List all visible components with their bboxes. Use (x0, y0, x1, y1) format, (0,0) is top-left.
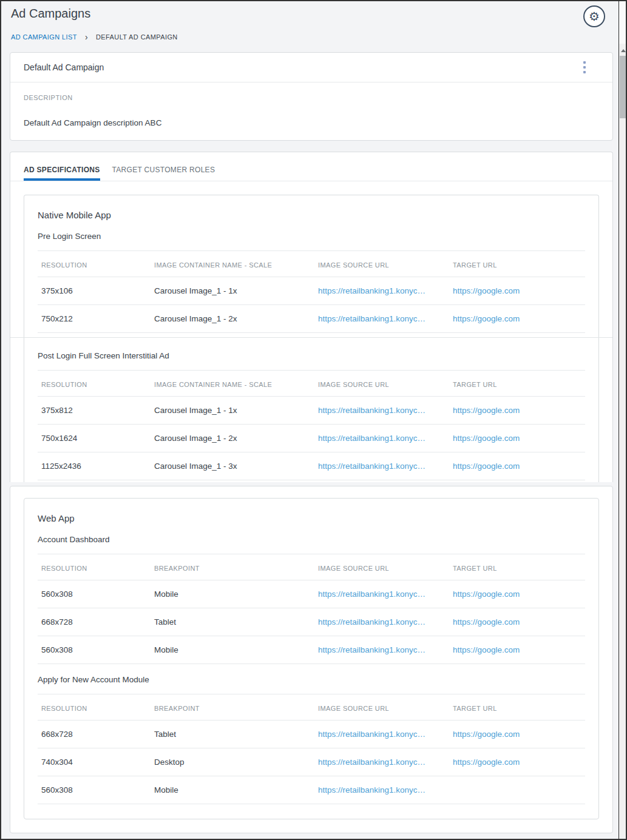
settings-button[interactable]: ⚙ (583, 5, 605, 27)
column-header-image-source-url: IMAGE SOURCE URL (314, 371, 449, 397)
breadcrumb-link-ad-campaign-list[interactable]: AD CAMPAIGN LIST (11, 33, 77, 41)
image-source-url-link[interactable]: https://retailbanking1.konyc… (318, 730, 425, 739)
breadcrumb: AD CAMPAIGN LIST › DEFAULT AD CAMPAIGN (11, 33, 178, 41)
target-url-link[interactable]: https://google.com (453, 758, 520, 767)
breadcrumb-current: DEFAULT AD CAMPAIGN (96, 33, 178, 41)
cell-resolution: 668x728 (38, 608, 151, 636)
column-header-resolution: RESOLUTION (38, 371, 151, 397)
table-row: 750x1624 Carousel Image_1 - 2x https://r… (38, 425, 585, 452)
table-row: 668x728 Tablet https://retailbanking1.ko… (38, 721, 585, 748)
table-row: 750x212 Carousel Image_1 - 2x https://re… (38, 305, 585, 333)
cell-container-scale: Carousel Image_1 - 1x (151, 397, 314, 425)
cell-resolution: 1125x2436 (38, 452, 151, 480)
column-header-image-source-url: IMAGE SOURCE URL (314, 251, 449, 277)
section-title-web-app: Web App (38, 513, 585, 523)
scrollbar-track[interactable] (619, 44, 627, 839)
column-header-resolution: RESOLUTION (38, 251, 151, 277)
image-source-url-link[interactable]: https://retailbanking1.konyc… (318, 462, 425, 471)
column-header-target-url: TARGET URL (449, 371, 585, 397)
target-url-link[interactable]: https://google.com (453, 730, 520, 739)
pre-login-screen-table: RESOLUTION IMAGE CONTAINER NAME - SCALE … (38, 250, 585, 333)
app-window: Ad Campaigns ⚙ AD CAMPAIGN LIST › DEFAUL… (0, 0, 627, 840)
image-source-url-link[interactable]: https://retailbanking1.konyc… (318, 286, 425, 295)
campaign-card-body: DESCRIPTION Default Ad Campaign descript… (10, 82, 612, 127)
apply-new-account-table: RESOLUTION BREAKPOINT IMAGE SOURCE URL T… (38, 694, 585, 804)
column-header-image-container: IMAGE CONTAINER NAME - SCALE (151, 371, 314, 397)
campaign-summary-card: Default Ad Campaign DESCRIPTION Default … (10, 52, 613, 141)
target-url-link[interactable]: https://google.com (453, 590, 520, 599)
image-source-url-link[interactable]: https://retailbanking1.konyc… (318, 434, 425, 443)
chevron-right-icon: › (85, 34, 88, 41)
scroll-up-arrow-icon[interactable] (621, 49, 626, 52)
page-title: Ad Campaigns (11, 7, 90, 21)
cell-container-scale: Carousel Image_1 - 1x (151, 277, 314, 305)
post-login-interstitial-table: RESOLUTION IMAGE CONTAINER NAME - SCALE … (38, 370, 585, 480)
table-row: 560x308 Mobile https://retailbanking1.ko… (38, 580, 585, 608)
column-header-image-source-url: IMAGE SOURCE URL (314, 694, 449, 721)
table-header-row: RESOLUTION BREAKPOINT IMAGE SOURCE URL T… (38, 554, 585, 580)
account-dashboard-table: RESOLUTION BREAKPOINT IMAGE SOURCE URL T… (38, 554, 585, 664)
scrollbar-gutter (619, 1, 627, 44)
image-source-url-link[interactable]: https://retailbanking1.konyc… (318, 645, 425, 654)
scrollbar-thumb[interactable] (620, 56, 626, 118)
column-header-image-source-url: IMAGE SOURCE URL (314, 554, 449, 580)
cell-breakpoint: Mobile (151, 636, 314, 664)
column-header-image-container: IMAGE CONTAINER NAME - SCALE (151, 251, 314, 277)
cell-breakpoint: Tablet (151, 721, 314, 748)
table-row: 375x106 Carousel Image_1 - 1x https://re… (38, 277, 585, 305)
campaign-title: Default Ad Campaign (24, 62, 104, 72)
cell-container-scale: Carousel Image_1 - 2x (151, 305, 314, 333)
cell-resolution: 740x304 (38, 748, 151, 776)
table-header-row: RESOLUTION IMAGE CONTAINER NAME - SCALE … (38, 251, 585, 277)
cell-breakpoint: Mobile (151, 580, 314, 608)
cell-resolution: 750x1624 (38, 425, 151, 452)
description-value: Default Ad Campaign description ABC (24, 118, 599, 127)
image-source-url-link[interactable]: https://retailbanking1.konyc… (318, 617, 425, 627)
cell-resolution: 560x308 (38, 580, 151, 608)
table-row: 740x304 Desktop https://retailbanking1.k… (38, 748, 585, 776)
column-header-target-url: TARGET URL (449, 554, 585, 580)
column-header-target-url: TARGET URL (449, 251, 585, 277)
table-header-row: RESOLUTION IMAGE CONTAINER NAME - SCALE … (38, 371, 585, 397)
target-url-link[interactable]: https://google.com (453, 645, 520, 654)
subsection-title-pre-login-screen: Pre Login Screen (38, 232, 585, 241)
target-url-link[interactable]: https://google.com (453, 617, 520, 627)
table-row: 1125x2436 Carousel Image_1 - 3x https://… (38, 452, 585, 480)
cell-container-scale: Carousel Image_1 - 2x (151, 425, 314, 452)
cell-resolution: 668x728 (38, 721, 151, 748)
table-row: 560x308 Mobile https://retailbanking1.ko… (38, 776, 585, 804)
tab-target-customer-roles[interactable]: TARGET CUSTOMER ROLES (112, 166, 215, 181)
cell-breakpoint: Desktop (151, 748, 314, 776)
cell-breakpoint: Mobile (151, 776, 314, 804)
column-header-resolution: RESOLUTION (38, 554, 151, 580)
stitch-divider (10, 337, 612, 338)
column-header-target-url: TARGET URL (449, 694, 585, 721)
image-source-url-link[interactable]: https://retailbanking1.konyc… (318, 406, 425, 415)
target-url-link[interactable]: https://google.com (453, 462, 520, 471)
subsection-title-post-login-interstitial: Post Login Full Screen Interstitial Ad (38, 351, 585, 360)
image-source-url-link[interactable]: https://retailbanking1.konyc… (318, 785, 425, 795)
kebab-menu-button[interactable] (581, 59, 588, 76)
table-row: 375x812 Carousel Image_1 - 1x https://re… (38, 397, 585, 425)
cell-resolution: 560x308 (38, 776, 151, 804)
subsection-title-apply-new-account: Apply for New Account Module (38, 675, 585, 684)
table-header-row: RESOLUTION BREAKPOINT IMAGE SOURCE URL T… (38, 694, 585, 721)
section-title-native-mobile-app: Native Mobile App (38, 210, 585, 220)
web-app-card: Web App Account Dashboard RESOLUTION BRE… (24, 498, 599, 819)
tab-ad-specifications[interactable]: AD SPECIFICATIONS (24, 166, 100, 181)
target-url-link[interactable]: https://google.com (453, 314, 520, 323)
target-url-link[interactable]: https://google.com (453, 286, 520, 295)
cell-resolution: 750x212 (38, 305, 151, 333)
subsection-title-account-dashboard: Account Dashboard (38, 535, 585, 544)
image-source-url-link[interactable]: https://retailbanking1.konyc… (318, 590, 425, 599)
target-url-link[interactable]: https://google.com (453, 434, 520, 443)
target-url-link[interactable]: https://google.com (453, 406, 520, 415)
image-source-url-link[interactable]: https://retailbanking1.konyc… (318, 758, 425, 767)
column-header-breakpoint: BREAKPOINT (151, 694, 314, 721)
image-source-url-link[interactable]: https://retailbanking1.konyc… (318, 314, 425, 323)
web-app-panel: Web App Account Dashboard RESOLUTION BRE… (10, 486, 613, 833)
cell-breakpoint: Tablet (151, 608, 314, 636)
description-label: DESCRIPTION (24, 94, 599, 101)
cell-container-scale: Carousel Image_1 - 3x (151, 452, 314, 480)
cell-resolution: 375x106 (38, 277, 151, 305)
